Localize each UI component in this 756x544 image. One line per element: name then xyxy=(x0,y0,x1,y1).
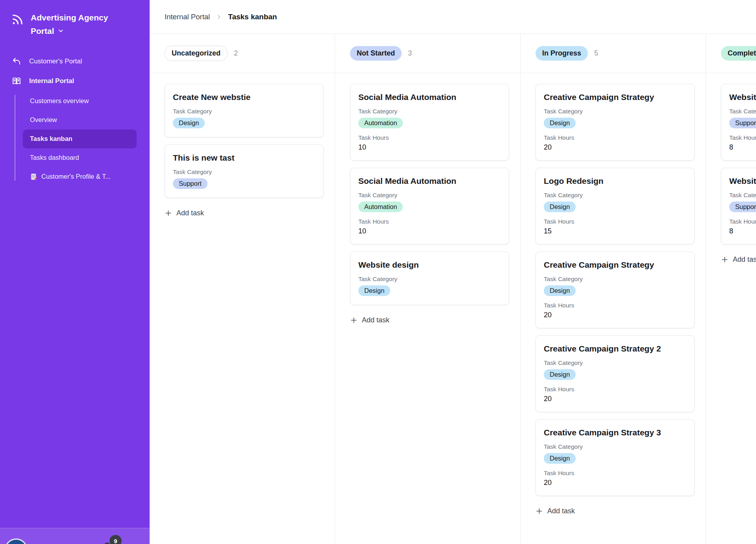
cards: Website design Task Category Support Tas… xyxy=(721,84,756,252)
task-category-label: Task Category xyxy=(729,108,756,115)
task-card[interactable]: Social Media Automation Task Category Au… xyxy=(350,84,509,161)
sidebar-subnav: Customers overview Overview Tasks kanban… xyxy=(0,92,150,186)
task-category-badge: Support xyxy=(173,178,208,189)
task-hours-value: 8 xyxy=(729,143,756,152)
task-hours-label: Task Hours xyxy=(358,218,501,225)
task-card[interactable]: Website design Task Category Support Tas… xyxy=(721,168,756,244)
sidebar-item-customers-portal[interactable]: Customer's Portal xyxy=(0,52,150,71)
sidebar-item-customers-profile[interactable]: Customer's Profile & T... xyxy=(23,167,137,186)
task-hours-value: 20 xyxy=(544,479,686,487)
feed-icon xyxy=(10,13,24,28)
add-task-label: Add task xyxy=(733,255,756,264)
plus-icon xyxy=(350,316,358,324)
task-category-badge: Design xyxy=(544,202,576,212)
sidebar-footer: 9 xyxy=(0,528,150,544)
task-card[interactable]: Logo Redesign Task Category Design Task … xyxy=(536,168,695,244)
column-body: Website design Task Category Support Tas… xyxy=(706,73,756,276)
task-card[interactable]: Creative Campaign Strategy 3 Task Catego… xyxy=(536,419,695,496)
sidebar-item-tasks-dashboard[interactable]: Tasks dashboard xyxy=(23,148,137,167)
sidebar-item-label: Customer's Portal xyxy=(29,57,82,65)
task-hours-label: Task Hours xyxy=(729,134,756,141)
sub-item-label: Customer's Profile & T... xyxy=(41,173,111,180)
chevron-down-icon[interactable] xyxy=(57,25,64,38)
task-category-label: Task Category xyxy=(544,108,686,115)
task-card[interactable]: Website design Task Category Design xyxy=(350,252,509,305)
notification-count-badge: 9 xyxy=(109,535,122,544)
column-count: 2 xyxy=(234,49,238,57)
task-hours-value: 10 xyxy=(358,143,501,152)
sub-item-label: Tasks dashboard xyxy=(30,154,79,161)
task-hours-value: 15 xyxy=(544,227,686,235)
task-title: Creative Campaign Strategy xyxy=(544,93,686,102)
task-title: Creative Campaign Strategy xyxy=(544,260,686,270)
task-hours-label: Task Hours xyxy=(544,302,686,309)
task-card[interactable]: Website design Task Category Support Tas… xyxy=(721,84,756,161)
user-avatar[interactable] xyxy=(5,538,28,544)
sidebar-item-overview[interactable]: Overview xyxy=(23,111,137,130)
task-hours-value: 8 xyxy=(729,227,756,235)
task-card[interactable]: Creative Campaign Strategy Task Category… xyxy=(536,252,695,328)
task-category-label: Task Category xyxy=(544,276,686,283)
breadcrumb-parent-link[interactable]: Internal Portal xyxy=(165,13,210,21)
column-pill: Uncategorized xyxy=(165,46,228,61)
column-pill: In Progress xyxy=(536,46,588,61)
book-icon xyxy=(12,76,21,86)
column-body: Creative Campaign Strategy Task Category… xyxy=(521,73,706,527)
sidebar-header[interactable]: Advertising Agency Portal xyxy=(0,0,150,38)
add-task-button[interactable]: Add task xyxy=(721,255,756,264)
task-category-badge: Automation xyxy=(358,202,403,212)
plus-icon xyxy=(536,507,543,515)
chevron-right-icon xyxy=(215,13,222,20)
sidebar-item-tasks-kanban[interactable]: Tasks kanban xyxy=(23,130,137,148)
plus-icon xyxy=(165,209,172,217)
task-category-label: Task Category xyxy=(544,443,686,450)
task-hours-label: Task Hours xyxy=(544,470,686,477)
task-title: Website design xyxy=(358,260,501,270)
task-hours-value: 20 xyxy=(544,143,686,152)
kanban-column: Not Started 3 Social Media Automation Ta… xyxy=(335,34,521,544)
task-card[interactable]: This is new tast Task Category Support xyxy=(165,144,324,198)
task-title: Website design xyxy=(729,93,756,102)
task-category-badge: Design xyxy=(173,118,205,128)
breadcrumb: Internal Portal Tasks kanban xyxy=(150,0,756,34)
sidebar-item-customers-overview[interactable]: Customers overview xyxy=(23,92,137,111)
task-category-label: Task Category xyxy=(358,276,501,283)
kanban-board: Uncategorized 2 Create New webstie Task … xyxy=(150,34,756,544)
main-area: Internal Portal Tasks kanban Uncategoriz… xyxy=(150,0,756,544)
sidebar: Advertising Agency Portal Customer's Por… xyxy=(0,0,150,544)
task-card[interactable]: Creative Campaign Strategy 2 Task Catego… xyxy=(536,335,695,412)
column-header: Completed xyxy=(706,34,756,73)
task-category-label: Task Category xyxy=(358,108,501,115)
task-category-badge: Design xyxy=(358,285,390,296)
add-task-button[interactable]: Add task xyxy=(536,507,575,515)
column-body: Create New webstie Task Category Design … xyxy=(150,73,335,229)
column-body: Social Media Automation Task Category Au… xyxy=(335,73,520,336)
task-category-badge: Automation xyxy=(358,118,403,128)
task-card[interactable]: Creative Campaign Strategy Task Category… xyxy=(536,84,695,161)
task-category-label: Task Category xyxy=(358,192,501,199)
notifications-button[interactable]: 9 xyxy=(99,538,123,544)
task-category-label: Task Category xyxy=(729,192,756,199)
sub-item-label: Customers overview xyxy=(30,97,89,105)
task-category-badge: Support xyxy=(729,118,756,128)
task-hours-value: 20 xyxy=(544,395,686,403)
task-category-badge: Design xyxy=(544,453,576,464)
task-hours-label: Task Hours xyxy=(358,134,501,141)
task-title: Logo Redesign xyxy=(544,176,686,186)
back-arrow-icon xyxy=(12,57,21,66)
add-task-label: Add task xyxy=(176,209,204,217)
add-task-button[interactable]: Add task xyxy=(350,316,389,324)
task-card[interactable]: Social Media Automation Task Category Au… xyxy=(350,168,509,244)
task-card[interactable]: Create New webstie Task Category Design xyxy=(165,84,324,137)
task-category-label: Task Category xyxy=(544,192,686,199)
task-category-label: Task Category xyxy=(173,108,315,115)
task-category-label: Task Category xyxy=(173,168,315,176)
add-task-button[interactable]: Add task xyxy=(165,209,204,217)
cards: Create New webstie Task Category Design … xyxy=(165,84,324,205)
task-category-badge: Design xyxy=(544,369,576,380)
cards: Creative Campaign Strategy Task Category… xyxy=(536,84,695,503)
sidebar-item-internal-portal[interactable]: Internal Portal xyxy=(0,71,150,91)
task-title: Create New webstie xyxy=(173,93,315,102)
column-header: Not Started 3 xyxy=(335,34,520,73)
kanban-column: Uncategorized 2 Create New webstie Task … xyxy=(150,34,335,544)
